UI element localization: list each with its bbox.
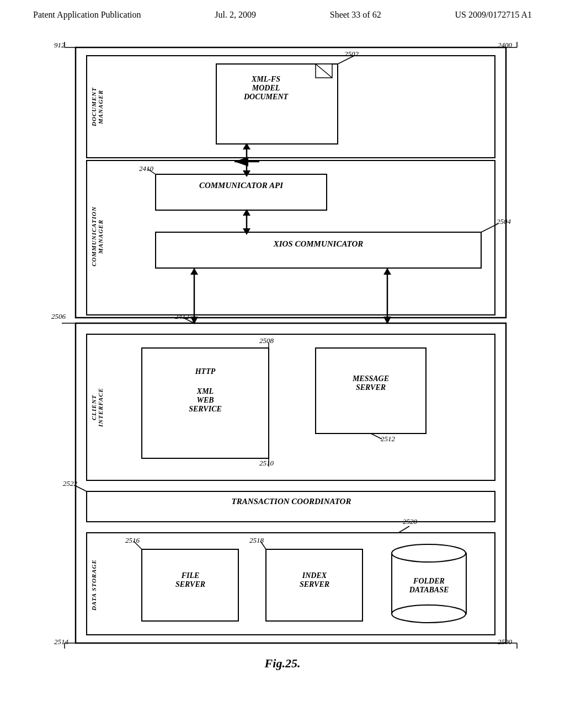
svg-rect-9 xyxy=(156,174,327,210)
folder-database-label: FOLDER DATABASE xyxy=(388,577,470,595)
ref-2518: 2518 xyxy=(249,536,264,545)
svg-rect-5 xyxy=(87,56,495,158)
svg-marker-24 xyxy=(190,268,198,275)
index-server-label: INDEX SERVER xyxy=(268,571,361,589)
transaction-coordinator-label: TRANSACTION COORDINATOR xyxy=(88,497,495,506)
svg-line-42 xyxy=(481,224,498,232)
ref-2410: 2410 xyxy=(139,164,153,173)
svg-point-54 xyxy=(392,544,466,562)
ref-2504: 2504 xyxy=(497,217,511,226)
ref-912: 912 xyxy=(54,41,65,50)
http-xml-label: HTTP XML WEB SERVICE xyxy=(143,367,267,414)
client-interface-label: CLIENTINTERFACE xyxy=(90,340,104,475)
page-header: Patent Application Publication Jul. 2, 2… xyxy=(0,0,565,25)
svg-rect-28 xyxy=(87,491,495,522)
communicator-api-label: COMMUNICATOR API xyxy=(157,181,326,190)
ref-2506: 2506 xyxy=(51,312,66,321)
svg-line-7 xyxy=(316,64,332,78)
svg-marker-17 xyxy=(243,228,250,235)
ref-2514: 2514 xyxy=(54,638,68,646)
svg-rect-10 xyxy=(156,232,481,268)
ref-2502: 2502 xyxy=(344,50,359,58)
figure-caption: Fig.25. xyxy=(265,656,301,671)
xios-communicator-label: XIOS COMMUNICATOR xyxy=(157,239,480,249)
svg-marker-26 xyxy=(383,268,391,275)
ref-2508: 2508 xyxy=(259,336,274,345)
xml-fs-model-label: XML-FS MODEL DOCUMENT xyxy=(219,75,313,101)
svg-marker-16 xyxy=(243,209,250,216)
svg-marker-23 xyxy=(190,317,198,324)
ref-2412: 2412 xyxy=(175,312,189,321)
ref-2510: 2510 xyxy=(259,459,274,468)
svg-point-53 xyxy=(392,605,466,623)
svg-marker-27 xyxy=(383,317,391,324)
header-sheet: Sheet 33 of 62 xyxy=(330,10,381,20)
diagram-container: 912 2400 2502 2410 2504 2506 2412 2508 2… xyxy=(45,42,520,676)
svg-line-50 xyxy=(398,526,409,533)
data-storage-label: DATA STORAGE xyxy=(90,538,97,632)
communication-manager-label: COMMUNICATIONMANAGER xyxy=(90,166,104,307)
svg-marker-14 xyxy=(243,170,250,177)
ref-2500: 2500 xyxy=(498,638,512,646)
svg-marker-13 xyxy=(243,143,250,149)
ref-2400: 2400 xyxy=(498,41,512,50)
svg-line-51 xyxy=(76,486,87,491)
header-date: Jul. 2, 2009 xyxy=(215,10,256,20)
file-server-label: FILE SERVER xyxy=(143,571,237,589)
svg-line-45 xyxy=(371,433,382,439)
ref-2520: 2520 xyxy=(403,517,417,526)
ref-2522: 2522 xyxy=(63,479,77,488)
header-patent-number: US 2009/0172715 A1 xyxy=(455,10,532,20)
header-publication: Patent Application Publication xyxy=(33,10,141,20)
ref-2516: 2516 xyxy=(125,536,140,545)
document-manager-label: DOCUMENTMANAGER xyxy=(90,58,104,155)
message-server-label: MESSAGE SERVER xyxy=(317,374,425,392)
ref-2512: 2512 xyxy=(381,435,395,443)
